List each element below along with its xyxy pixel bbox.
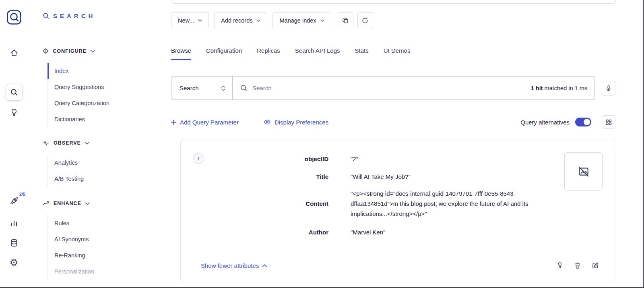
sidebar: SEARCH ⚙ CONFIGURE Index Query Suggestio… [28, 0, 154, 288]
grid-icon [605, 119, 612, 126]
hits-suffix: matched in 1 ms [543, 85, 587, 91]
add-query-parameter-link[interactable]: Add Query Parameter [171, 119, 239, 126]
tab-stats[interactable]: Stats [355, 41, 369, 60]
sidebar-item-ab-testing[interactable]: A/B Testing [47, 171, 154, 187]
trending-up-icon [42, 200, 50, 207]
tab-replicas[interactable]: Replicas [257, 41, 280, 60]
sidebar-item-rules[interactable]: Rules [47, 215, 154, 231]
section-observe[interactable]: OBSERVE [42, 139, 89, 147]
algolia-logo[interactable] [6, 10, 22, 25]
refresh-button[interactable] [357, 12, 373, 28]
tab-browse[interactable]: Browse [171, 41, 191, 60]
eye-icon [264, 118, 271, 126]
tab-label: Replicas [257, 47, 280, 54]
sidebar-item-index[interactable]: Index [47, 63, 154, 79]
section-configure[interactable]: ⚙ CONFIGURE [42, 48, 95, 55]
add-query-parameter-label: Add Query Parameter [180, 119, 239, 126]
field-value: "2" [351, 154, 358, 164]
item-label: Query Categorization [54, 100, 109, 106]
image-preview-placeholder [564, 152, 603, 191]
record-field-title: Title "Will AI Take My Job?" [181, 172, 411, 182]
copy-index-button[interactable] [338, 12, 353, 28]
item-label: Re-Ranking [54, 252, 85, 259]
chevron-down-icon [320, 19, 324, 22]
analytics-bars-icon[interactable] [10, 219, 19, 228]
voice-search-button[interactable] [602, 81, 615, 95]
item-label: Index [54, 68, 68, 74]
record-field-objectid: objectID "2" [181, 154, 358, 164]
field-value: "Marvel Ken" [351, 227, 386, 237]
chevron-down-icon [256, 19, 260, 22]
item-label: AI Synonyms [54, 236, 89, 242]
sidebar-item-dictionaries[interactable]: Dictionaries [47, 111, 154, 127]
tab-label: UI Demos [384, 47, 411, 54]
display-preferences-label: Display Preferences [275, 119, 328, 126]
sidebar-item-query-suggestions[interactable]: Query Suggestions [47, 79, 154, 95]
tab-label: Stats [355, 47, 369, 54]
item-label: Query Suggestions [54, 84, 104, 90]
hits-count: 1 hit [531, 85, 543, 91]
query-alternatives-label: Query alternatives [520, 119, 570, 126]
tab-ui-demos[interactable]: UI Demos [384, 41, 411, 60]
settings-gear-icon[interactable]: ⚙ [10, 258, 19, 267]
usage-badge: 2/5 [19, 192, 25, 197]
manage-index-button[interactable]: Manage index [272, 12, 331, 28]
chevron-up-icon [262, 264, 267, 267]
layout-grid-button[interactable] [602, 115, 615, 129]
sidebar-item-personalization[interactable]: Personalization [47, 263, 154, 280]
app-title: SEARCH [53, 12, 95, 19]
observe-list: Analytics A/B Testing [47, 155, 154, 187]
trash-icon [574, 261, 582, 269]
query-alternatives-toggle[interactable] [575, 118, 591, 126]
scrolled-panel-edge [171, 0, 616, 4]
item-label: Dictionaries [54, 116, 85, 122]
sidebar-item-query-categorization[interactable]: Query Categorization [47, 95, 154, 111]
search-nav-icon[interactable] [6, 84, 23, 101]
data-database-icon[interactable] [10, 238, 19, 247]
item-label: Rules [54, 220, 69, 226]
tab-label: Configuration [206, 47, 242, 54]
upgrade-rocket-icon[interactable]: 2/5 [9, 196, 19, 206]
add-records-button[interactable]: Add records [214, 12, 267, 28]
search-mode-selector[interactable]: Search [171, 77, 233, 99]
record-field-author: Author "Marvel Ken" [181, 227, 386, 237]
search-brand-icon [42, 12, 50, 19]
section-label: OBSERVE [54, 140, 81, 146]
field-value: "Will AI Take My Job?" [351, 172, 411, 182]
add-records-label: Add records [221, 17, 252, 24]
show-fewer-attributes-link[interactable]: Show fewer attributes [201, 262, 267, 269]
plus-icon [171, 120, 176, 125]
edit-hit-button[interactable] [591, 261, 599, 269]
item-label: Analytics [54, 160, 78, 166]
search-input[interactable] [252, 85, 531, 91]
delete-hit-button[interactable] [574, 261, 582, 269]
new-button-label: New... [178, 17, 194, 24]
chevron-down-icon [85, 142, 89, 145]
refresh-icon [361, 17, 369, 24]
sidebar-item-ai-synonyms[interactable]: AI Synonyms [47, 231, 154, 247]
api-key-button[interactable] [556, 261, 564, 269]
section-label: ENHANCE [54, 201, 81, 206]
field-label: objectID [181, 155, 328, 162]
microphone-icon [605, 85, 612, 92]
section-label: CONFIGURE [53, 48, 87, 54]
chevron-down-icon [198, 19, 202, 22]
tab-search-api-logs[interactable]: Search API Logs [295, 41, 340, 60]
section-enhance[interactable]: ENHANCE [42, 200, 90, 207]
tab-configuration[interactable]: Configuration [206, 41, 242, 60]
hits-status: 1 hit matched in 1 ms [531, 85, 587, 91]
main-content: New... Add records Manage index Browse C [154, 0, 644, 288]
display-preferences-link[interactable]: Display Preferences [264, 118, 328, 126]
recommend-lightbulb-icon[interactable] [10, 108, 19, 117]
chevron-down-icon [91, 50, 95, 53]
sidebar-item-re-ranking[interactable]: Re-Ranking [47, 247, 154, 263]
show-fewer-label: Show fewer attributes [201, 262, 259, 269]
home-icon[interactable] [10, 48, 19, 57]
new-button[interactable]: New... [171, 12, 209, 28]
algolia-dashboard: { "colors": { "accent": "#3c4fe0", "togg… [0, 0, 644, 288]
search-app-brand: SEARCH [42, 12, 95, 19]
field-label: Title [181, 173, 328, 180]
hit-card: 1 objectID "2" Title "Will AI Take My Jo… [180, 139, 615, 282]
chevron-down-icon [85, 202, 90, 205]
sidebar-item-analytics[interactable]: Analytics [47, 155, 154, 171]
